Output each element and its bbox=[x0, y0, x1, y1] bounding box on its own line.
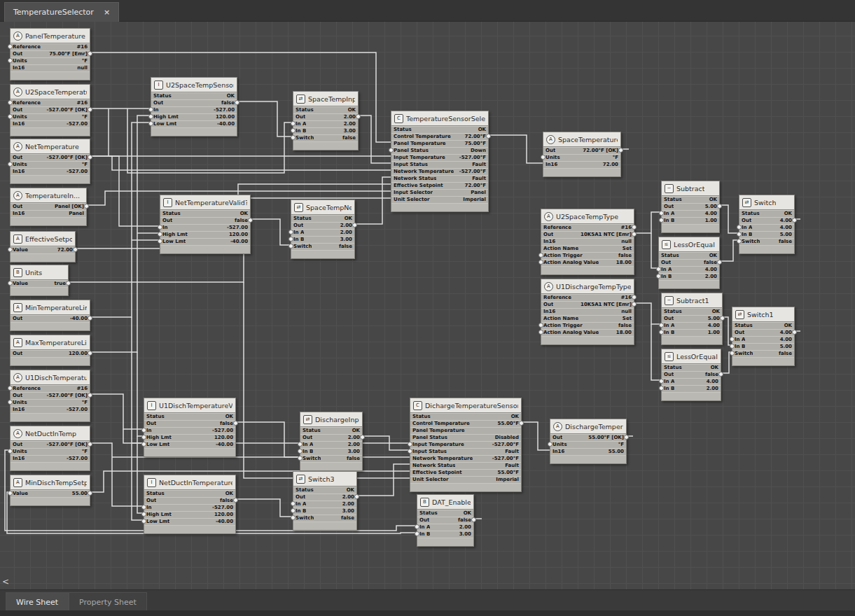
port-dot[interactable] bbox=[360, 435, 365, 440]
port-dot[interactable] bbox=[624, 435, 629, 440]
port-dot[interactable] bbox=[659, 379, 664, 384]
port-dot[interactable] bbox=[632, 295, 637, 300]
port-dot[interactable] bbox=[415, 531, 419, 536]
port-dot[interactable] bbox=[718, 372, 723, 377]
port-dot[interactable] bbox=[88, 351, 92, 356]
block-nettemperaturevalid[interactable]: INetTemperatureValid?StatusOKOutfalseIn-… bbox=[160, 195, 251, 254]
port-dot[interactable] bbox=[289, 237, 293, 241]
port-dot[interactable] bbox=[659, 218, 664, 223]
block-dichargetemperaturesensorselector[interactable]: CDichargeTemperatureSensorSelectorStatus… bbox=[410, 398, 522, 492]
tab-property-sheet[interactable]: Property Sheet bbox=[69, 592, 147, 611]
port-dot[interactable] bbox=[8, 281, 13, 286]
port-dot[interactable] bbox=[73, 247, 78, 252]
port-dot[interactable] bbox=[548, 442, 552, 447]
port-dot[interactable] bbox=[541, 155, 545, 160]
block-u2spacetemperature[interactable]: AU2SpaceTemperatureReference#16Out-527.0… bbox=[10, 84, 90, 136]
port-dot[interactable] bbox=[538, 330, 543, 335]
block-dischargetemperature[interactable]: ADischargeTemperatureOut55.00°F [OK]Unit… bbox=[550, 419, 627, 464]
port-dot[interactable] bbox=[248, 218, 253, 223]
port-dot[interactable] bbox=[291, 121, 296, 126]
port-dot[interactable] bbox=[289, 230, 293, 234]
block-switch1[interactable]: ⇄Switch1StatusOKOut4.00In A4.00In B5.00S… bbox=[732, 307, 795, 366]
port-dot[interactable] bbox=[8, 100, 13, 105]
port-dot[interactable] bbox=[8, 491, 13, 496]
port-dot[interactable] bbox=[717, 260, 722, 265]
block-lessorequal1[interactable]: ≤LessOrEqual1StatusOKOutfalseIn A4.00In … bbox=[661, 349, 721, 401]
scroll-left-button[interactable]: < bbox=[2, 577, 9, 587]
port-dot[interactable] bbox=[519, 421, 524, 426]
port-dot[interactable] bbox=[291, 128, 296, 133]
port-dot[interactable] bbox=[298, 456, 303, 461]
port-dot[interactable] bbox=[659, 330, 664, 335]
block-u1dischargetemptype[interactable]: AU1DischargeTempTypeReference#16Out10K5A… bbox=[541, 279, 634, 345]
block-spacetempnet[interactable]: ⇄SpaceTempNet...StatusOKOut2.00In A2.00I… bbox=[291, 200, 355, 259]
port-dot[interactable] bbox=[730, 351, 735, 356]
port-dot[interactable] bbox=[659, 386, 664, 391]
port-dot[interactable] bbox=[8, 58, 13, 63]
port-dot[interactable] bbox=[656, 274, 661, 279]
port-dot[interactable] bbox=[737, 232, 742, 237]
port-dot[interactable] bbox=[659, 211, 664, 216]
port-dot[interactable] bbox=[291, 135, 296, 140]
block-netductintemperaturevalid[interactable]: INetDuctInTemperatureValid?/StatusOKOutf… bbox=[144, 475, 236, 534]
port-dot[interactable] bbox=[158, 232, 162, 237]
block-lessorequal[interactable]: ≤LessOrEqualStatusOKOutfalseIn A4.00In B… bbox=[658, 237, 720, 289]
block-effectivesetpoint[interactable]: AEffectiveSetpointValue72.00 bbox=[10, 231, 76, 262]
tab-close-icon[interactable]: × bbox=[104, 8, 110, 17]
port-dot[interactable] bbox=[291, 515, 296, 520]
port-dot[interactable] bbox=[632, 232, 637, 237]
port-dot[interactable] bbox=[148, 121, 153, 126]
port-dot[interactable] bbox=[717, 204, 722, 209]
port-dot[interactable] bbox=[141, 435, 146, 440]
block-switch[interactable]: ⇄SwitchStatusOKOut4.00In A4.00In B5.00Sw… bbox=[739, 195, 795, 254]
port-dot[interactable] bbox=[84, 204, 89, 209]
port-dot[interactable] bbox=[389, 148, 394, 153]
block-subtract1[interactable]: −Subtract1StatusOKOut5.00In A4.00In B1.0… bbox=[661, 293, 723, 345]
port-dot[interactable] bbox=[415, 524, 419, 529]
port-dot[interactable] bbox=[88, 51, 92, 56]
block-temperaturesensorselector[interactable]: CTemperatureSensorSelectorStatusOKContro… bbox=[391, 111, 489, 212]
block-netductintemp[interactable]: ANetDuctInTempOut-527.00°F [OK]Units°FIn… bbox=[10, 426, 90, 471]
port-dot[interactable] bbox=[538, 323, 543, 328]
port-dot[interactable] bbox=[88, 393, 92, 398]
block-nettemperature[interactable]: ANetTemperatureOut-527.00°F [OK]Units°FI… bbox=[10, 139, 90, 184]
port-dot[interactable] bbox=[656, 267, 661, 272]
port-dot[interactable] bbox=[792, 218, 797, 223]
port-dot[interactable] bbox=[632, 302, 637, 307]
tab-wire-sheet[interactable]: Wire Sheet bbox=[6, 592, 69, 611]
port-dot[interactable] bbox=[148, 107, 153, 112]
port-dot[interactable] bbox=[8, 44, 13, 49]
port-dot[interactable] bbox=[88, 316, 92, 321]
port-dot[interactable] bbox=[720, 316, 725, 321]
block-u1dischtemperaturevalid[interactable]: IU1DischTemperatureValid?StatusOKOutfals… bbox=[144, 398, 236, 457]
block-mindischtempsetpoint[interactable]: AMinDischTempSetpointValue55.00 bbox=[10, 475, 90, 506]
port-dot[interactable] bbox=[737, 239, 742, 244]
block-subtract[interactable]: −SubtractStatusOKOut5.00In A4.00In B1.00 bbox=[661, 181, 720, 233]
port-dot[interactable] bbox=[233, 421, 238, 426]
block-maxtemperaturelimit[interactable]: AMaxTemperatureLimitOut120.00 bbox=[10, 335, 90, 366]
port-dot[interactable] bbox=[538, 253, 543, 258]
block-mintemperaturelimit[interactable]: AMinTemperatureLimitOut-40.00 bbox=[10, 300, 90, 331]
port-dot[interactable] bbox=[141, 519, 146, 524]
port-dot[interactable] bbox=[88, 107, 92, 112]
port-dot[interactable] bbox=[792, 330, 797, 335]
port-dot[interactable] bbox=[88, 491, 92, 496]
port-dot[interactable] bbox=[618, 148, 623, 153]
port-dot[interactable] bbox=[538, 260, 543, 265]
block-dischargeinpu[interactable]: ⇄DischargeInpu...StatusOKOut2.00In A2.00… bbox=[300, 412, 363, 471]
tab-temperatureselector[interactable]: TemperatureSelector × bbox=[4, 2, 119, 22]
block-u1dischtemperature[interactable]: AU1DischTemperatureReference#16Out-527.0… bbox=[10, 370, 90, 422]
port-dot[interactable] bbox=[298, 442, 303, 447]
port-dot[interactable] bbox=[66, 281, 71, 286]
block-paneltemperature[interactable]: APanelTemperatureReference#16Out75.00°F … bbox=[10, 28, 90, 80]
port-dot[interactable] bbox=[8, 247, 13, 252]
port-dot[interactable] bbox=[356, 114, 361, 119]
port-dot[interactable] bbox=[737, 225, 742, 230]
port-dot[interactable] bbox=[632, 225, 637, 230]
port-dot[interactable] bbox=[8, 400, 13, 405]
port-dot[interactable] bbox=[298, 449, 303, 454]
port-dot[interactable] bbox=[8, 449, 13, 454]
port-dot[interactable] bbox=[471, 517, 476, 522]
port-dot[interactable] bbox=[289, 244, 293, 248]
port-dot[interactable] bbox=[408, 442, 412, 447]
